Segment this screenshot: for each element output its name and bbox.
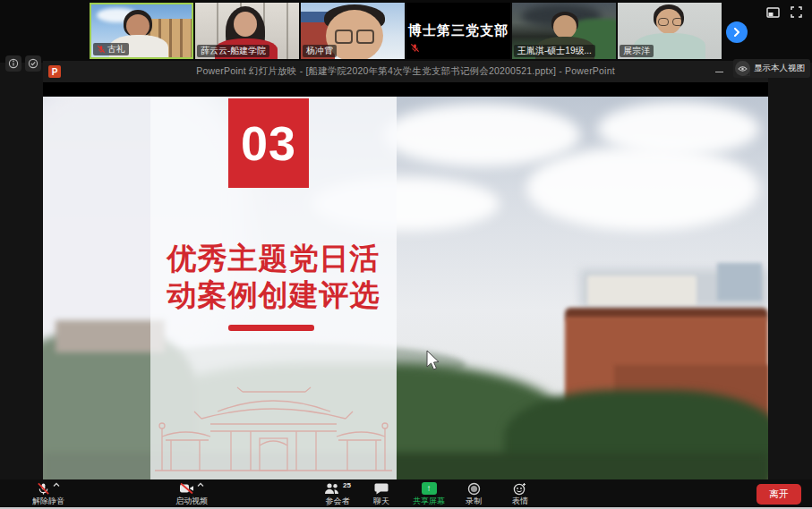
mic-muted-icon <box>37 482 50 496</box>
participant-name: 王胤淇-硕士19级... <box>517 46 592 56</box>
participant-name-tag: 古礼 <box>93 43 129 55</box>
letterbox-band <box>43 82 768 97</box>
participants-button[interactable]: 25 参会者 <box>324 482 351 505</box>
record-label: 录制 <box>466 496 482 505</box>
participant-tile[interactable]: 薛云云-船建学院 <box>195 3 299 59</box>
participant-name-tag: 杨冲霄 <box>303 45 337 57</box>
record-icon <box>467 482 481 496</box>
shared-screen-powerpoint-window: P PowerPoint 幻灯片放映 - [船建学院2020年第4次学生党支部书… <box>43 61 768 486</box>
window-title-bar[interactable]: P PowerPoint 幻灯片放映 - [船建学院2020年第4次学生党支部书… <box>43 61 768 82</box>
participant-tile[interactable]: 展宗洋 <box>618 3 722 59</box>
participant-name: 杨冲霄 <box>306 46 333 56</box>
mouse-cursor <box>426 350 441 371</box>
unmute-label: 解除静音 <box>32 496 64 505</box>
gate-line-art <box>155 383 392 481</box>
mic-muted-icon <box>410 40 420 56</box>
leave-meeting-button[interactable]: 离开 <box>756 484 801 505</box>
presentation-slide: 03 优秀主题党日活 动案例创建评选 <box>43 97 768 486</box>
participants-count-badge: 25 <box>343 482 351 489</box>
cloud <box>526 146 759 231</box>
info-icon[interactable] <box>5 55 21 72</box>
share-screen-label: 共享屏幕 <box>413 496 445 505</box>
participant-name-tag: 展宗洋 <box>620 45 654 57</box>
zoom-meeting-window: 古礼 薛云云-船建学院 杨冲霄 博士 <box>0 0 812 509</box>
share-screen-button[interactable]: ↑ 共享屏幕 <box>413 482 445 505</box>
slide-title: 优秀主题党日活 动案例创建评选 <box>150 240 397 313</box>
slide-title-line1: 优秀主题党日活 <box>150 240 397 276</box>
avatar <box>234 12 257 37</box>
start-video-label: 启动视频 <box>175 496 208 505</box>
fullscreen-icon[interactable] <box>791 5 802 21</box>
eye-icon <box>735 61 750 76</box>
minimize-button[interactable] <box>705 61 732 82</box>
record-button[interactable]: 录制 <box>466 482 482 505</box>
speaker-view-icon[interactable] <box>766 5 780 21</box>
title-underline-bar <box>228 325 314 331</box>
section-number-box: 03 <box>228 98 309 188</box>
glasses-decoration <box>658 18 683 26</box>
chevron-up-icon[interactable] <box>53 482 60 488</box>
panel-fade <box>43 97 150 486</box>
reactions-icon <box>513 482 527 496</box>
share-screen-icon: ↑ <box>422 482 437 495</box>
video-thumbnail-strip: 古礼 薛云云-船建学院 杨冲霄 博士 <box>0 0 812 63</box>
shield-check-icon[interactable] <box>25 55 41 72</box>
reactions-label: 表情 <box>512 496 528 505</box>
unmute-button[interactable]: 解除静音 <box>32 482 64 505</box>
chevron-up-icon[interactable] <box>197 482 204 488</box>
meeting-control-toolbar: 解除静音 启动视频 25 参会者 聊天 ↑ <box>0 479 812 507</box>
participant-name: 薛云云-船建学院 <box>201 46 266 56</box>
participant-tile[interactable]: 博士第三党支部 <box>406 3 510 59</box>
participant-tile[interactable]: 王胤淇-硕士19级... <box>512 3 616 59</box>
next-page-icon[interactable] <box>726 21 748 43</box>
participant-tile[interactable]: 杨冲霄 <box>301 3 405 59</box>
show-self-view-button[interactable]: 显示本人视图 <box>733 59 810 78</box>
cloud <box>598 102 759 156</box>
participant-name-tag: 王胤淇-硕士19级... <box>514 45 595 57</box>
participant-name: 展宗洋 <box>623 46 650 56</box>
reactions-button[interactable]: 表情 <box>512 482 528 505</box>
participant-name: 古礼 <box>107 44 125 55</box>
camera-off-icon <box>179 482 194 495</box>
participant-name: 博士第三党支部 <box>406 3 510 59</box>
cloud <box>383 104 580 166</box>
mic-muted-icon <box>97 45 106 54</box>
participant-name-tag: 薛云云-船建学院 <box>197 45 269 57</box>
participants-icon <box>324 482 340 495</box>
glasses-decoration <box>335 30 374 44</box>
powerpoint-app-icon: P <box>48 65 61 78</box>
avatar <box>553 15 577 38</box>
chat-label: 聊天 <box>373 496 389 505</box>
section-number: 03 <box>241 115 296 171</box>
distant-building <box>717 263 762 301</box>
slide-title-line2: 动案例创建评选 <box>150 276 397 313</box>
participant-tile[interactable]: 古礼 <box>90 3 193 59</box>
chat-button[interactable]: 聊天 <box>373 482 389 505</box>
participants-label: 参会者 <box>325 496 349 505</box>
start-video-button[interactable]: 启动视频 <box>175 482 208 505</box>
window-title: PowerPoint 幻灯片放映 - [船建学院2020年第4次学生党支部书记例… <box>43 65 768 78</box>
up-arrow-glyph: ↑ <box>427 484 432 493</box>
chat-icon <box>374 482 389 495</box>
white-building <box>587 276 697 306</box>
show-self-view-label: 显示本人视图 <box>754 63 805 74</box>
